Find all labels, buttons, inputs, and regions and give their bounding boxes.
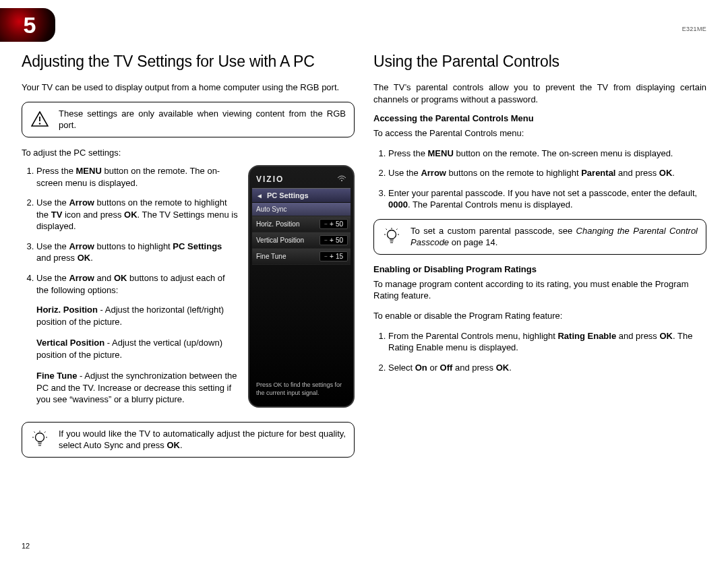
tv-menu-header: VIZIO	[252, 172, 351, 188]
subhead-access: Accessing the Parental Controls Menu	[373, 113, 706, 123]
content-columns: Adjusting the TV Settings for Use with A…	[0, 0, 728, 467]
access-intro: To access the Parental Controls menu:	[373, 127, 706, 139]
tip-callout-left: If you would like the TV to automaticall…	[22, 422, 355, 458]
subhead-ratings: Enabling or Disabling Program Ratings	[373, 264, 706, 274]
tip-text-left: If you would like the TV to automaticall…	[59, 428, 346, 451]
lightbulb-icon	[30, 430, 49, 449]
tip-text-right: To set a custom parental passcode, see C…	[411, 225, 698, 249]
tv-menu-title: PC Settings	[267, 191, 309, 199]
access-step-2: Use the Arrow buttons on the remote to h…	[388, 167, 706, 179]
option-finetune: Fine Tune - Adjust the synchronization b…	[36, 370, 239, 406]
wifi-icon	[337, 175, 346, 184]
svg-line-7	[34, 432, 36, 433]
svg-point-9	[388, 230, 396, 239]
ratings-step-2: Select On or Off and press OK.	[388, 362, 706, 374]
model-number: E321ME	[682, 26, 706, 32]
adjust-intro: To adjust the PC settings:	[22, 147, 355, 159]
right-heading: Using the Parental Controls	[373, 53, 706, 71]
ratings-step-1: From the Parental Controls menu, highlig…	[388, 330, 706, 354]
lightbulb-icon	[382, 227, 401, 246]
back-arrow-icon: ◄	[256, 192, 263, 199]
svg-line-14	[396, 229, 398, 230]
svg-point-2	[341, 180, 342, 181]
left-intro: Your TV can be used to display output fr…	[22, 82, 355, 94]
warning-text: These settings are only available when v…	[59, 108, 346, 131]
access-step-3: Enter your parental passcode. If you hav…	[388, 187, 706, 211]
left-column: Adjusting the TV Settings for Use with A…	[22, 53, 355, 467]
tv-row-horiz: Horiz. Position −+50	[252, 216, 351, 232]
svg-line-8	[44, 432, 46, 433]
pc-steps-list: Press the MENU button on the remote. The…	[22, 165, 239, 296]
tv-row-vert: Vertical Position −+50	[252, 232, 351, 249]
svg-point-3	[36, 433, 44, 442]
warning-callout: These settings are only available when v…	[22, 102, 355, 137]
svg-point-1	[39, 123, 40, 124]
tip-callout-right: To set a custom parental passcode, see C…	[373, 219, 706, 255]
option-horiz: Horiz. Position - Adjust the horizontal …	[36, 304, 239, 327]
tv-menu-title-row: ◄ PC Settings	[252, 188, 351, 203]
tv-row-fine: Fine Tune −+15	[252, 249, 351, 265]
pc-step-2: Use the Arrow buttons on the remote to h…	[36, 197, 239, 232]
left-heading: Adjusting the TV Settings for Use with A…	[22, 53, 355, 71]
pc-step-1: Press the MENU button on the remote. The…	[36, 165, 239, 189]
page-number: 12	[22, 542, 30, 550]
chapter-badge: 5	[0, 8, 55, 42]
access-step-1: Press the MENU button on the remote. The…	[388, 148, 706, 160]
option-vertical: Vertical Position - Adjust the vertical …	[36, 337, 239, 361]
access-steps: Press the MENU button on the remote. The…	[373, 148, 706, 211]
tv-row-autosync: Auto Sync	[252, 203, 351, 216]
svg-line-13	[386, 229, 388, 230]
warning-icon	[30, 111, 49, 127]
tv-menu-hint: Press OK to find the settings for the cu…	[256, 381, 346, 397]
right-intro: The TV’s parental controls allow you to …	[373, 82, 706, 105]
ratings-steps: From the Parental Controls menu, highlig…	[373, 330, 706, 374]
ratings-p1: To manage program content according to i…	[373, 278, 706, 302]
right-column: Using the Parental Controls The TV’s par…	[373, 53, 706, 467]
ratings-p2: To enable or disable the Program Rating …	[373, 310, 706, 322]
tv-brand: VIZIO	[256, 175, 284, 184]
pc-step-4: Use the Arrow and OK buttons to adjust e…	[36, 272, 239, 296]
pc-step-3: Use the Arrow buttons to highlight PC Se…	[36, 241, 239, 264]
tv-menu-illustration: VIZIO ◄ PC Settings Auto Sync Horiz. Pos…	[248, 165, 355, 408]
